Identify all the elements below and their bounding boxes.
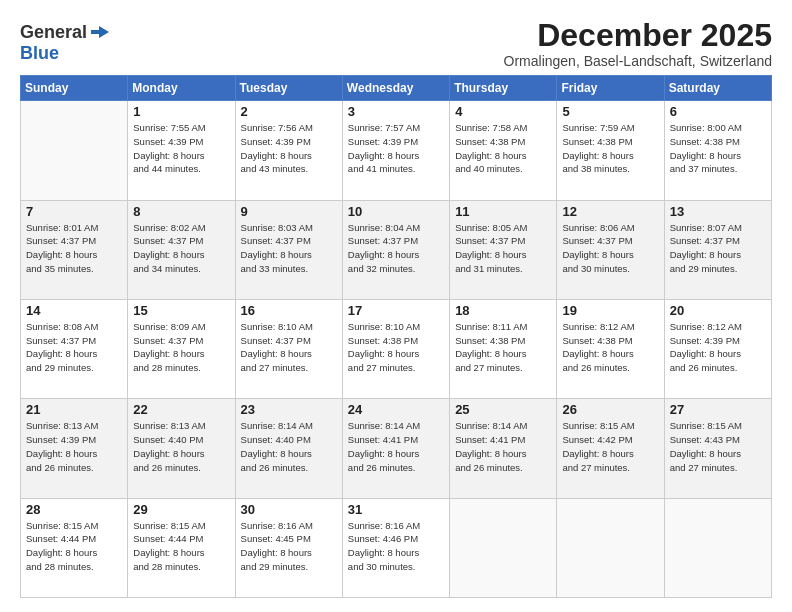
day-number: 23 (241, 402, 337, 417)
table-row: 18Sunrise: 8:11 AM Sunset: 4:38 PM Dayli… (450, 299, 557, 398)
table-row: 22Sunrise: 8:13 AM Sunset: 4:40 PM Dayli… (128, 399, 235, 498)
day-number: 25 (455, 402, 551, 417)
table-row: 6Sunrise: 8:00 AM Sunset: 4:38 PM Daylig… (664, 101, 771, 200)
day-number: 18 (455, 303, 551, 318)
day-info: Sunrise: 7:56 AM Sunset: 4:39 PM Dayligh… (241, 121, 337, 176)
day-info: Sunrise: 8:06 AM Sunset: 4:37 PM Dayligh… (562, 221, 658, 276)
col-thursday: Thursday (450, 76, 557, 101)
day-number: 29 (133, 502, 229, 517)
day-info: Sunrise: 8:11 AM Sunset: 4:38 PM Dayligh… (455, 320, 551, 375)
day-info: Sunrise: 8:10 AM Sunset: 4:37 PM Dayligh… (241, 320, 337, 375)
table-row: 27Sunrise: 8:15 AM Sunset: 4:43 PM Dayli… (664, 399, 771, 498)
calendar-week-row: 7Sunrise: 8:01 AM Sunset: 4:37 PM Daylig… (21, 200, 772, 299)
table-row: 23Sunrise: 8:14 AM Sunset: 4:40 PM Dayli… (235, 399, 342, 498)
day-info: Sunrise: 7:59 AM Sunset: 4:38 PM Dayligh… (562, 121, 658, 176)
day-number: 28 (26, 502, 122, 517)
day-info: Sunrise: 8:00 AM Sunset: 4:38 PM Dayligh… (670, 121, 766, 176)
day-number: 9 (241, 204, 337, 219)
col-saturday: Saturday (664, 76, 771, 101)
day-number: 3 (348, 104, 444, 119)
col-wednesday: Wednesday (342, 76, 449, 101)
day-number: 16 (241, 303, 337, 318)
day-number: 31 (348, 502, 444, 517)
calendar-week-row: 1Sunrise: 7:55 AM Sunset: 4:39 PM Daylig… (21, 101, 772, 200)
day-info: Sunrise: 8:14 AM Sunset: 4:41 PM Dayligh… (455, 419, 551, 474)
day-info: Sunrise: 7:57 AM Sunset: 4:39 PM Dayligh… (348, 121, 444, 176)
page: General Blue December 2025 Ormalingen, B… (0, 0, 792, 612)
table-row: 20Sunrise: 8:12 AM Sunset: 4:39 PM Dayli… (664, 299, 771, 398)
day-number: 22 (133, 402, 229, 417)
header-row: Sunday Monday Tuesday Wednesday Thursday… (21, 76, 772, 101)
table-row: 4Sunrise: 7:58 AM Sunset: 4:38 PM Daylig… (450, 101, 557, 200)
day-number: 11 (455, 204, 551, 219)
day-info: Sunrise: 8:12 AM Sunset: 4:38 PM Dayligh… (562, 320, 658, 375)
calendar-week-row: 21Sunrise: 8:13 AM Sunset: 4:39 PM Dayli… (21, 399, 772, 498)
logo-blue-text: Blue (20, 43, 59, 63)
day-info: Sunrise: 8:02 AM Sunset: 4:37 PM Dayligh… (133, 221, 229, 276)
logo-icon (89, 22, 111, 44)
day-info: Sunrise: 8:12 AM Sunset: 4:39 PM Dayligh… (670, 320, 766, 375)
day-number: 21 (26, 402, 122, 417)
table-row: 5Sunrise: 7:59 AM Sunset: 4:38 PM Daylig… (557, 101, 664, 200)
table-row: 29Sunrise: 8:15 AM Sunset: 4:44 PM Dayli… (128, 498, 235, 597)
day-number: 30 (241, 502, 337, 517)
day-info: Sunrise: 7:55 AM Sunset: 4:39 PM Dayligh… (133, 121, 229, 176)
table-row: 13Sunrise: 8:07 AM Sunset: 4:37 PM Dayli… (664, 200, 771, 299)
day-info: Sunrise: 8:08 AM Sunset: 4:37 PM Dayligh… (26, 320, 122, 375)
logo-general-text: General (20, 23, 87, 43)
day-number: 15 (133, 303, 229, 318)
logo: General Blue (20, 22, 111, 64)
title-block: December 2025 Ormalingen, Basel-Landscha… (504, 18, 772, 69)
month-title: December 2025 (504, 18, 772, 53)
day-number: 5 (562, 104, 658, 119)
svg-marker-0 (91, 26, 109, 38)
day-info: Sunrise: 8:13 AM Sunset: 4:39 PM Dayligh… (26, 419, 122, 474)
day-info: Sunrise: 8:03 AM Sunset: 4:37 PM Dayligh… (241, 221, 337, 276)
day-info: Sunrise: 8:10 AM Sunset: 4:38 PM Dayligh… (348, 320, 444, 375)
day-info: Sunrise: 8:16 AM Sunset: 4:46 PM Dayligh… (348, 519, 444, 574)
table-row: 31Sunrise: 8:16 AM Sunset: 4:46 PM Dayli… (342, 498, 449, 597)
day-info: Sunrise: 8:05 AM Sunset: 4:37 PM Dayligh… (455, 221, 551, 276)
day-info: Sunrise: 8:15 AM Sunset: 4:42 PM Dayligh… (562, 419, 658, 474)
table-row: 12Sunrise: 8:06 AM Sunset: 4:37 PM Dayli… (557, 200, 664, 299)
day-number: 24 (348, 402, 444, 417)
header: General Blue December 2025 Ormalingen, B… (20, 18, 772, 69)
day-number: 17 (348, 303, 444, 318)
day-number: 19 (562, 303, 658, 318)
table-row (450, 498, 557, 597)
table-row: 1Sunrise: 7:55 AM Sunset: 4:39 PM Daylig… (128, 101, 235, 200)
day-info: Sunrise: 8:14 AM Sunset: 4:40 PM Dayligh… (241, 419, 337, 474)
table-row: 8Sunrise: 8:02 AM Sunset: 4:37 PM Daylig… (128, 200, 235, 299)
col-monday: Monday (128, 76, 235, 101)
table-row: 21Sunrise: 8:13 AM Sunset: 4:39 PM Dayli… (21, 399, 128, 498)
table-row (664, 498, 771, 597)
table-row: 3Sunrise: 7:57 AM Sunset: 4:39 PM Daylig… (342, 101, 449, 200)
day-info: Sunrise: 8:13 AM Sunset: 4:40 PM Dayligh… (133, 419, 229, 474)
calendar-week-row: 14Sunrise: 8:08 AM Sunset: 4:37 PM Dayli… (21, 299, 772, 398)
table-row (21, 101, 128, 200)
table-row: 7Sunrise: 8:01 AM Sunset: 4:37 PM Daylig… (21, 200, 128, 299)
table-row: 24Sunrise: 8:14 AM Sunset: 4:41 PM Dayli… (342, 399, 449, 498)
day-number: 13 (670, 204, 766, 219)
day-info: Sunrise: 8:01 AM Sunset: 4:37 PM Dayligh… (26, 221, 122, 276)
table-row (557, 498, 664, 597)
calendar-table: Sunday Monday Tuesday Wednesday Thursday… (20, 75, 772, 598)
table-row: 15Sunrise: 8:09 AM Sunset: 4:37 PM Dayli… (128, 299, 235, 398)
calendar-week-row: 28Sunrise: 8:15 AM Sunset: 4:44 PM Dayli… (21, 498, 772, 597)
day-info: Sunrise: 8:14 AM Sunset: 4:41 PM Dayligh… (348, 419, 444, 474)
table-row: 25Sunrise: 8:14 AM Sunset: 4:41 PM Dayli… (450, 399, 557, 498)
day-number: 4 (455, 104, 551, 119)
col-friday: Friday (557, 76, 664, 101)
table-row: 10Sunrise: 8:04 AM Sunset: 4:37 PM Dayli… (342, 200, 449, 299)
day-number: 8 (133, 204, 229, 219)
table-row: 16Sunrise: 8:10 AM Sunset: 4:37 PM Dayli… (235, 299, 342, 398)
day-number: 14 (26, 303, 122, 318)
day-number: 6 (670, 104, 766, 119)
day-number: 26 (562, 402, 658, 417)
table-row: 19Sunrise: 8:12 AM Sunset: 4:38 PM Dayli… (557, 299, 664, 398)
day-number: 2 (241, 104, 337, 119)
table-row: 14Sunrise: 8:08 AM Sunset: 4:37 PM Dayli… (21, 299, 128, 398)
day-info: Sunrise: 8:15 AM Sunset: 4:43 PM Dayligh… (670, 419, 766, 474)
day-info: Sunrise: 8:16 AM Sunset: 4:45 PM Dayligh… (241, 519, 337, 574)
table-row: 26Sunrise: 8:15 AM Sunset: 4:42 PM Dayli… (557, 399, 664, 498)
